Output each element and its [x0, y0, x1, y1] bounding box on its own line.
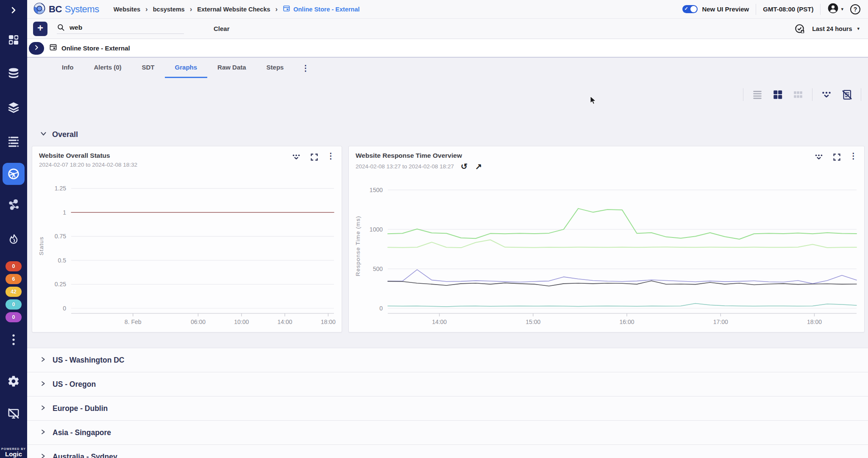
svg-text:16:00: 16:00 — [620, 318, 634, 325]
chevron-right-icon — [33, 44, 40, 53]
popout-icon[interactable]: ↗ — [475, 162, 482, 171]
sidebar-item-websites-active[interactable] — [0, 163, 27, 185]
chevron-right-icon — [8, 5, 19, 15]
grid-view-button-active[interactable] — [771, 88, 784, 101]
svg-text:8. Feb: 8. Feb — [125, 318, 142, 325]
nodes-icon — [7, 198, 20, 211]
section-overall-header[interactable]: Overall — [27, 126, 868, 143]
add-button[interactable]: + — [33, 22, 47, 36]
sidebar-expand-button[interactable] — [0, 5, 27, 15]
section-label: Australia - Sydney — [53, 452, 117, 458]
svg-text:0.25: 0.25 — [55, 281, 66, 288]
small-grid-view-button[interactable] — [792, 88, 804, 101]
tab-alerts[interactable]: Alerts (0) — [84, 58, 132, 78]
badge-count: 42 — [6, 287, 22, 297]
toggle-knob — [690, 6, 697, 12]
sidebar-item-logs[interactable] — [0, 135, 27, 148]
section-asia-singapore[interactable]: Asia - Singapore — [27, 421, 868, 445]
svg-text:15:00: 15:00 — [526, 318, 540, 325]
chart-title: Website Overall Status — [39, 152, 137, 159]
search-field[interactable] — [57, 23, 184, 34]
alert-badge-critical[interactable]: 0 — [0, 261, 27, 271]
breadcrumb: Websites › bcsystems › External Website … — [114, 5, 360, 14]
badge-count: 6 — [6, 274, 22, 284]
time-range-dropdown[interactable]: Last 24 hours ▾ — [812, 25, 860, 32]
tab-steps[interactable]: Steps — [256, 58, 294, 78]
time-range-value: Last 24 hours — [812, 25, 852, 32]
chart-collapse-icon[interactable] — [814, 152, 824, 162]
breadcrumb-separator: › — [145, 5, 148, 14]
chart-menu-button[interactable]: ⋮ — [849, 152, 857, 160]
collapse-all-button[interactable] — [820, 88, 833, 101]
clear-search-button[interactable]: Clear — [214, 25, 230, 32]
chevron-right-icon — [40, 380, 46, 388]
alert-badge-info[interactable]: 0 — [0, 299, 27, 310]
breadcrumb-current[interactable]: Online Store - External — [283, 5, 359, 14]
chart-collapse-icon[interactable] — [291, 152, 301, 162]
chevron-right-icon — [40, 453, 46, 458]
tab-bar: Info Alerts (0) SDT Graphs Raw Data Step… — [27, 58, 868, 78]
sidebar-item-mapping[interactable] — [0, 198, 27, 211]
svg-text:Response Time (ms): Response Time (ms) — [355, 216, 361, 276]
chart-title: Website Response Time Overview — [356, 152, 482, 159]
alert-badge-error[interactable]: 6 — [0, 274, 27, 284]
badge-count: 0 — [6, 299, 22, 310]
alert-badge-other[interactable]: 0 — [0, 312, 27, 322]
user-menu[interactable]: ▾ — [827, 3, 843, 16]
overall-status-chart-canvas[interactable]: 00.250.50.7511.25Status8. Feb06:0010:001… — [35, 177, 338, 330]
svg-text:1.25: 1.25 — [55, 185, 66, 192]
sidebar-settings-button[interactable] — [0, 375, 27, 388]
help-button[interactable]: ? — [850, 4, 860, 14]
list-view-button[interactable] — [751, 88, 764, 101]
section-europe-dublin[interactable]: Europe - Dublin — [27, 397, 868, 421]
alert-badge-warning[interactable]: 42 — [0, 287, 27, 297]
breadcrumb-websites[interactable]: Websites — [114, 6, 140, 13]
svg-text:0.75: 0.75 — [55, 233, 66, 240]
sidebar-more-button[interactable] — [0, 333, 27, 346]
svg-text:1000: 1000 — [370, 226, 383, 233]
sidebar-classic-ui-button[interactable] — [0, 407, 27, 420]
sidebar-item-dashboards[interactable] — [0, 34, 27, 46]
powered-by-logicmonitor: POWERED BY Logic Monitor — [0, 447, 27, 458]
logo-wheel-icon — [33, 2, 46, 17]
svg-text:0.5: 0.5 — [58, 257, 67, 264]
sidebar-item-insights[interactable] — [0, 233, 27, 245]
tab-raw-data[interactable]: Raw Data — [207, 58, 256, 78]
sidebar-item-resources[interactable] — [0, 67, 27, 80]
section-overall-label: Overall — [52, 130, 78, 139]
fullscreen-icon[interactable] — [832, 152, 842, 162]
response-time-chart-canvas[interactable]: 050010001500Response Time (ms)14:0015:00… — [351, 177, 861, 330]
new-ui-toggle[interactable]: ✓ — [682, 5, 698, 13]
time-schedule-icon[interactable] — [793, 22, 806, 35]
expand-panel-button[interactable] — [29, 42, 44, 55]
search-icon — [57, 23, 65, 32]
breadcrumb-current-label: Online Store - External — [293, 6, 359, 13]
chart-card-overall-status: Website Overall Status 2024-02-07 18:20 … — [32, 146, 342, 332]
breadcrumb-external-website-checks[interactable]: External Website Checks — [197, 6, 270, 13]
sidebar: 0 6 42 0 0 POWERED BY L — [0, 0, 27, 458]
monitor-slash-icon — [7, 407, 20, 420]
sidebar-item-modules[interactable] — [0, 101, 27, 114]
tabs-overflow-button[interactable]: ⋮ — [294, 58, 317, 78]
search-input[interactable] — [70, 24, 171, 31]
filter-toolbar: + Clear Last 24 hours ▾ — [27, 19, 868, 39]
list-icon — [7, 135, 20, 148]
chart-menu-button[interactable]: ⋮ — [327, 152, 335, 160]
undo-zoom-icon[interactable]: ↺ — [461, 162, 467, 171]
resource-header-row: Online Store - External — [27, 39, 868, 58]
app-logo[interactable]: BC Systems — [33, 2, 99, 17]
top-bar: BC Systems Websites › bcsystems › Extern… — [27, 0, 868, 19]
question-glyph: ? — [854, 6, 857, 13]
divider — [756, 4, 756, 15]
section-us-washington-dc[interactable]: US - Washington DC — [27, 348, 868, 372]
plus-glyph: + — [37, 22, 43, 34]
tab-sdt[interactable]: SDT — [132, 58, 165, 78]
section-australia-sydney[interactable]: Australia - Sydney — [27, 445, 868, 458]
tab-info[interactable]: Info — [52, 58, 84, 78]
report-disabled-button[interactable] — [840, 88, 853, 101]
fullscreen-icon[interactable] — [309, 152, 319, 162]
tab-graphs[interactable]: Graphs — [165, 58, 208, 78]
active-nav-highlight — [3, 163, 25, 185]
section-us-oregon[interactable]: US - Oregon — [27, 372, 868, 397]
breadcrumb-bcsystems[interactable]: bcsystems — [153, 6, 185, 13]
